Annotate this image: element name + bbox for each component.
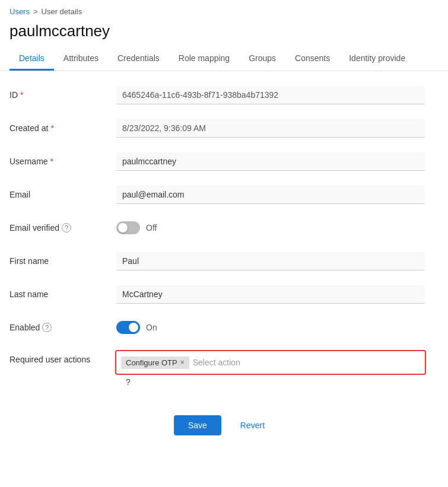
required-user-actions-help-row: ? [9, 377, 439, 387]
page-title: paulmccartney [0, 20, 448, 47]
tab-details[interactable]: Details [9, 47, 54, 71]
id-required-star: * [20, 90, 23, 100]
form-section: ID * Created at * Username * Email [0, 71, 448, 403]
configure-otp-label: Configure OTP [126, 358, 177, 367]
breadcrumb-users-link[interactable]: Users [9, 7, 30, 16]
username-value [116, 152, 439, 171]
form-actions: Save Revert [0, 403, 448, 447]
breadcrumb-current: User details [42, 7, 82, 16]
required-user-actions-help-icon[interactable]: ? [126, 377, 131, 387]
select-action-placeholder[interactable]: Select action [193, 358, 240, 367]
revert-button[interactable]: Revert [231, 415, 274, 435]
last-name-row: Last name [9, 282, 439, 306]
id-row: ID * [9, 83, 439, 107]
email-verified-toggle[interactable] [116, 221, 140, 234]
id-label: ID * [9, 90, 116, 100]
username-required-star: * [50, 157, 53, 166]
tabs-bar: Details Attributes Credentials Role mapp… [0, 47, 448, 71]
username-input[interactable] [116, 152, 425, 171]
first-name-row: First name [9, 249, 439, 273]
enabled-label: Enabled ? [9, 323, 116, 332]
tab-credentials[interactable]: Credentials [108, 47, 169, 71]
configure-otp-tag: Configure OTP × [121, 357, 189, 369]
required-user-actions-field[interactable]: Configure OTP × Select action [116, 351, 425, 374]
email-row: Email [9, 183, 439, 206]
first-name-input[interactable] [116, 252, 425, 270]
save-button[interactable]: Save [174, 415, 221, 435]
required-user-actions-row: Required user actions Configure OTP × Se… [9, 349, 439, 374]
email-value [116, 186, 439, 204]
tab-groups[interactable]: Groups [239, 47, 285, 71]
enabled-row: Enabled ? On [9, 316, 439, 339]
tab-consents[interactable]: Consents [285, 47, 339, 71]
breadcrumb: Users > User details [0, 0, 448, 20]
last-name-value [116, 285, 439, 304]
email-verified-slider [116, 221, 140, 234]
created-at-value [116, 119, 439, 138]
required-user-actions-label: Required user actions [9, 351, 116, 364]
username-label: Username * [9, 157, 116, 166]
id-input[interactable] [116, 86, 425, 104]
last-name-label: Last name [9, 289, 116, 299]
created-at-label: Created at * [9, 123, 116, 133]
email-label: Email [9, 190, 116, 199]
created-at-row: Created at * [9, 116, 439, 140]
tab-attributes[interactable]: Attributes [54, 47, 108, 71]
required-user-actions-value: Configure OTP × Select action [116, 351, 439, 374]
email-verified-toggle-label: Off [146, 223, 157, 233]
email-verified-row: Email verified ? Off [9, 216, 439, 240]
tab-identity-provider[interactable]: Identity provide [339, 47, 415, 71]
username-row: Username * [9, 149, 439, 173]
enabled-toggle-label: On [146, 323, 157, 332]
configure-otp-remove-icon[interactable]: × [180, 359, 185, 366]
first-name-label: First name [9, 256, 116, 266]
created-at-input[interactable] [116, 119, 425, 138]
breadcrumb-separator: > [33, 7, 38, 16]
email-verified-value: Off [116, 221, 439, 234]
enabled-toggle[interactable] [116, 321, 140, 334]
email-verified-label: Email verified ? [9, 223, 116, 233]
enabled-slider [116, 321, 140, 334]
enabled-help-icon[interactable]: ? [42, 323, 52, 332]
email-verified-help-icon[interactable]: ? [62, 223, 71, 233]
first-name-value [116, 252, 439, 270]
email-input[interactable] [116, 186, 425, 204]
last-name-input[interactable] [116, 285, 425, 304]
tab-role-mapping[interactable]: Role mapping [169, 47, 239, 71]
created-at-required-star: * [50, 123, 53, 133]
enabled-value: On [116, 321, 439, 334]
id-value [116, 86, 439, 104]
